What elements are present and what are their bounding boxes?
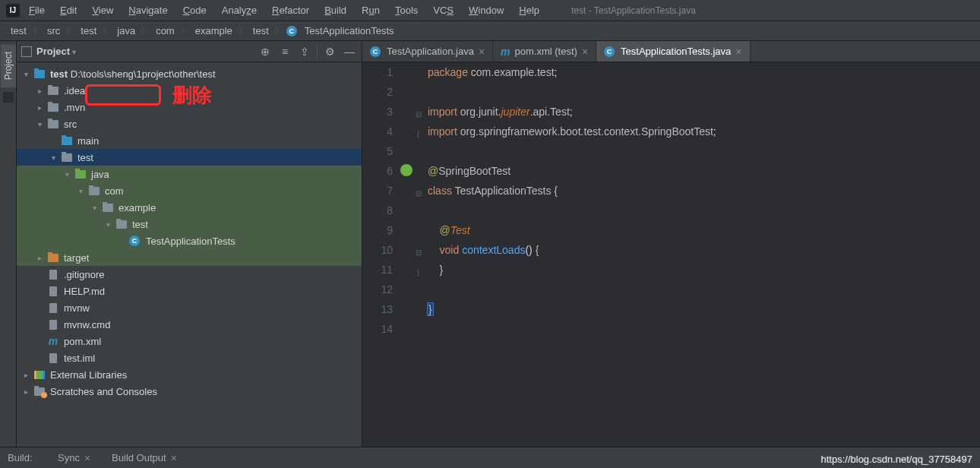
- editor-tab[interactable]: CTestApplicationTests.java×: [596, 41, 750, 62]
- tree-row[interactable]: HELP.md: [17, 283, 362, 299]
- toggle-icon[interactable]: [35, 103, 44, 112]
- tree-label: mvnw: [64, 302, 90, 314]
- menu-analyze[interactable]: Analyze: [216, 2, 263, 18]
- menu-help[interactable]: Help: [513, 2, 545, 18]
- fold-start-icon[interactable]: ⊟: [414, 184, 423, 204]
- build-tab-output[interactable]: Build Output×: [106, 450, 183, 466]
- file-icon: [47, 302, 59, 313]
- tree-row[interactable]: mpom.xml: [17, 333, 362, 349]
- gutter-icons: [400, 62, 414, 447]
- close-icon[interactable]: ×: [735, 46, 741, 58]
- code-content[interactable]: package com.example.test; import org.jun…: [423, 62, 980, 447]
- maven-icon: m: [501, 46, 510, 58]
- toggle-icon[interactable]: [21, 387, 30, 396]
- structure-icon[interactable]: [3, 92, 14, 103]
- close-icon[interactable]: ×: [84, 452, 90, 464]
- crumb[interactable]: TestApplicationTests: [302, 24, 397, 38]
- gear-icon[interactable]: ⚙: [322, 44, 337, 59]
- project-tree[interactable]: 删除 test D:\tools\sheng\1project\other\te…: [17, 62, 362, 447]
- folder-icon: [61, 135, 73, 146]
- toggle-icon[interactable]: [103, 220, 112, 229]
- project-header: Project ⊕ ≡ ⇪ ⚙ —: [17, 41, 362, 62]
- menu-refactor[interactable]: Refactor: [266, 2, 315, 18]
- tree-row[interactable]: example: [17, 199, 362, 216]
- fold-end-icon[interactable]: ⌊: [414, 125, 423, 144]
- crumb[interactable]: java: [114, 24, 138, 38]
- tree-label: test: [77, 152, 93, 163]
- hide-icon[interactable]: —: [342, 44, 357, 59]
- breadcrumbs: test〉 src〉 test〉 java〉 com〉 example〉 tes…: [0, 21, 980, 41]
- tree-row[interactable]: target: [17, 249, 362, 266]
- menu-file[interactable]: File: [23, 2, 51, 18]
- chevron-right-icon: 〉: [181, 25, 189, 36]
- tree-row[interactable]: com: [17, 182, 362, 199]
- fold-start-icon[interactable]: ⊟: [414, 243, 423, 263]
- tree-row[interactable]: CTestApplicationTests: [17, 232, 362, 249]
- select-opened-file-icon[interactable]: ⊕: [258, 44, 273, 59]
- file-icon: [47, 269, 59, 280]
- chevron-right-icon: 〉: [33, 25, 41, 36]
- toggle-icon[interactable]: [35, 254, 44, 262]
- project-view-selector[interactable]: Project: [36, 46, 76, 57]
- close-icon[interactable]: ×: [582, 46, 588, 58]
- tree-label: .gitignore: [64, 269, 104, 280]
- tree-label: pom.xml: [64, 336, 101, 347]
- crumb[interactable]: test: [250, 24, 272, 38]
- toggle-icon[interactable]: [49, 153, 58, 162]
- toggle-icon[interactable]: [21, 371, 30, 379]
- tree-row[interactable]: mvnw: [17, 299, 362, 316]
- crumb[interactable]: com: [153, 24, 178, 38]
- expand-all-icon[interactable]: ≡: [277, 44, 292, 59]
- tree-root[interactable]: test D:\tools\sheng\1project\other\test: [17, 65, 362, 82]
- folder-icon: [47, 252, 59, 263]
- chevron-right-icon: 〉: [141, 25, 150, 36]
- menu-window[interactable]: Window: [463, 2, 510, 18]
- tree-row[interactable]: java: [17, 166, 362, 182]
- toggle-icon[interactable]: [35, 120, 44, 128]
- vertical-tab-project[interactable]: Project: [1, 44, 16, 87]
- spring-icon[interactable]: [400, 164, 413, 176]
- crumb[interactable]: src: [44, 24, 63, 38]
- tree-row[interactable]: main: [17, 132, 362, 149]
- tree-scratches[interactable]: Scratches and Consoles: [17, 383, 362, 400]
- menu-build[interactable]: Build: [318, 2, 352, 18]
- tree-row[interactable]: test.iml: [17, 349, 362, 366]
- toggle-icon[interactable]: [76, 187, 85, 195]
- line-number-gutter: 1234567891011121314: [362, 62, 400, 447]
- chevron-right-icon: 〉: [275, 25, 283, 36]
- menu-view[interactable]: View: [86, 2, 119, 18]
- tree-row[interactable]: mvnw.cmd: [17, 316, 362, 333]
- toggle-icon[interactable]: [21, 70, 30, 78]
- fold-start-icon[interactable]: ⊟: [414, 105, 423, 125]
- crumb[interactable]: test: [77, 24, 100, 38]
- fold-end-icon[interactable]: ⌊: [414, 263, 423, 283]
- crumb[interactable]: test: [8, 24, 30, 38]
- code-editor[interactable]: 1234567891011121314 ⊟ ⌊ ⊟ ⊟ ⌊ package co…: [362, 62, 980, 447]
- menu-run[interactable]: Run: [356, 2, 386, 18]
- menu-navigate[interactable]: Navigate: [122, 2, 173, 18]
- editor-tab[interactable]: mpom.xml (test)×: [493, 41, 596, 62]
- collapse-all-icon[interactable]: ⇪: [297, 44, 312, 59]
- tree-row[interactable]: test: [17, 216, 362, 232]
- tree-external-libs[interactable]: External Libraries: [17, 366, 362, 383]
- menu-edit[interactable]: Edit: [54, 2, 83, 18]
- toggle-icon[interactable]: [62, 170, 71, 179]
- tree-row[interactable]: .gitignore: [17, 266, 362, 283]
- crumb[interactable]: example: [192, 24, 236, 38]
- tree-row[interactable]: test: [17, 149, 362, 166]
- module-icon: [33, 68, 46, 79]
- tab-label: TestApplicationTests.java: [621, 46, 731, 57]
- window-title: test - TestApplicationTests.java: [571, 5, 696, 16]
- close-icon[interactable]: ×: [479, 46, 485, 58]
- menu-tools[interactable]: Tools: [389, 2, 424, 18]
- close-icon[interactable]: ×: [171, 452, 177, 464]
- class-icon: C: [129, 236, 141, 246]
- tree-row[interactable]: src: [17, 115, 362, 132]
- build-tab-sync[interactable]: Sync×: [52, 450, 96, 466]
- editor-tab[interactable]: CTestApplication.java×: [362, 41, 493, 62]
- toggle-icon[interactable]: [90, 204, 99, 212]
- menu-vcs[interactable]: VCS: [427, 2, 460, 18]
- tree-label: com: [105, 185, 124, 197]
- menu-code[interactable]: Code: [177, 2, 213, 18]
- toggle-icon[interactable]: [35, 87, 44, 95]
